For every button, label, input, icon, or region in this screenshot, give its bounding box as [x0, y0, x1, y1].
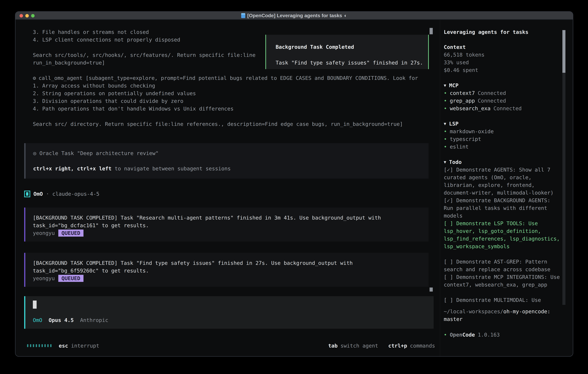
agent-icon	[24, 191, 30, 197]
oracle-title-text: Oracle Task "Deep architecture review"	[39, 150, 158, 156]
tool-call-line: ⚙call_omo_agent [subagent_type=explore, …	[24, 74, 440, 82]
lsp-heading-label: LSP	[449, 120, 459, 128]
todo-section-toggle[interactable]: ▼Todo	[444, 158, 562, 166]
mcp-item: •grep_appConnected	[444, 97, 562, 104]
mcp-name: websearch_exa	[450, 104, 491, 112]
status-dot-icon: •	[444, 331, 447, 339]
mcp-status: Connected	[493, 104, 522, 112]
status-dot-icon: •	[444, 143, 447, 151]
message-meta: yeongyu QUEUED	[33, 229, 429, 237]
todo-item-pending: [ ] Demonstrate MULTIMODAL: Use	[444, 296, 562, 304]
app-name: OpenCode	[450, 331, 475, 339]
todo-item-pending: [ ] Demonstrate AST-GREP: Pattern search…	[444, 258, 562, 273]
spinner-dot	[30, 344, 31, 347]
mcp-section-toggle[interactable]: ▼MCP	[444, 82, 562, 89]
status-badge: QUEUED	[58, 229, 84, 237]
lsp-item: •eslint	[444, 143, 562, 151]
sidebar-scrollbar-thumb[interactable]	[562, 30, 566, 73]
message-line: task_id="bg_dcfac161" to get results.	[33, 222, 429, 229]
agent-name: OmO	[33, 191, 43, 197]
oracle-task-panel: ◎ Oracle Task "Deep architecture review"…	[24, 143, 429, 179]
tab-key-label: switch agent	[340, 343, 378, 349]
toast-title: Background Task Completed	[276, 43, 422, 51]
ctrlp-key-hint: ctrl+p	[388, 343, 407, 349]
context-tokens: 66,518 tokens	[444, 51, 562, 59]
background-task-toast: Background Task Completed Task "Find typ…	[265, 35, 429, 69]
hint-key-right: ctrl+x right,	[33, 166, 74, 172]
mcp-heading-label: MCP	[449, 82, 459, 89]
hint-text: to navigate between subagent sessions	[115, 166, 231, 172]
window-title-group: [OpenCode] Leveraging agents for tasks ◐	[241, 13, 347, 18]
toast-body: Task "Find type safety issues" finished …	[276, 59, 422, 67]
session-title: Leveraging agents for tasks	[444, 28, 562, 36]
tool-call-item: 1. Array access without bounds checking	[24, 82, 440, 90]
agent-session-header: OmO · claude-opus-4-5	[24, 190, 440, 198]
titlebar: [OpenCode] Leveraging agents for tasks ◐	[15, 12, 573, 20]
blank-line	[24, 113, 440, 120]
todo-item-pending: [ ] Demonstrate MCP INTEGRATIONS: Use co…	[444, 273, 562, 289]
message-author: yeongyu	[33, 275, 55, 281]
tool-call-text: call_omo_agent [subagent_type=explore, p…	[39, 75, 418, 81]
traffic-lights	[20, 14, 35, 18]
oracle-icon: ◎	[33, 150, 36, 156]
status-dot-icon: •	[444, 97, 447, 104]
mcp-item: •websearch_exaConnected	[444, 104, 562, 112]
working-spinner-icon	[27, 344, 52, 347]
tool-call-item: 2. String operations on potentially unde…	[24, 90, 440, 97]
todo-heading-label: Todo	[449, 158, 462, 166]
message-author: yeongyu	[33, 230, 55, 236]
ctrlp-key-label: commands	[410, 343, 435, 349]
context-heading-label: Context	[444, 43, 466, 51]
message-line: [BACKGROUND TASK COMPLETED] Task "Find t…	[33, 259, 429, 267]
chevron-down-icon: ▼	[444, 158, 446, 166]
mcp-name: context7	[450, 89, 475, 97]
mcp-name: grep_app	[450, 97, 475, 104]
minimize-button[interactable]	[25, 14, 29, 18]
esc-key-label: interrupt	[71, 343, 99, 349]
tool-call-item: 4. Path operations that don't handle Win…	[24, 105, 440, 113]
close-button[interactable]	[20, 14, 23, 18]
text-cursor	[33, 301, 37, 309]
message-line: task_id="bg_6f59260c" to get results.	[33, 267, 429, 274]
oracle-task-title: ◎ Oracle Task "Deep architecture review"	[33, 149, 429, 157]
session-spinner-icon: ◐	[344, 13, 347, 18]
workspace-path-prefix: ~/local-workspaces/	[444, 309, 503, 314]
todo-item-active: [ ] Demonstrate LSP TOOLS: Use lsp_hover…	[444, 219, 562, 250]
spinner-dot	[42, 344, 43, 347]
gear-icon: ⚙	[33, 74, 36, 82]
main-scrollbar-thumb[interactable]	[430, 288, 433, 291]
app-version: • OpenCode 1.0.163	[444, 331, 562, 339]
app-name-code: Code	[462, 332, 475, 338]
agent-icon-fill	[26, 192, 28, 196]
lsp-item: •markdown-oxide	[444, 128, 562, 135]
app-window: [OpenCode] Leveraging agents for tasks ◐…	[15, 11, 573, 357]
spinner-dot	[39, 344, 40, 347]
spinner-dot	[50, 344, 52, 347]
chevron-down-icon: ▼	[444, 120, 446, 128]
app-version-number: 1.0.163	[478, 331, 500, 339]
input-agent-name: OmO	[33, 316, 42, 324]
todo-item-done: [✓] Demonstrate BACKGROUND AGENTS: Run p…	[444, 197, 562, 219]
prompt-input[interactable]: OmO Opus 4.5 Anthropic	[24, 296, 434, 329]
chevron-down-icon: ▼	[444, 82, 446, 89]
lsp-section-toggle[interactable]: ▼LSP	[444, 120, 562, 128]
main-scrollbar-thumb[interactable]	[430, 28, 433, 34]
mcp-item: •context7Connected	[444, 89, 562, 97]
status-dot-icon: •	[444, 128, 447, 135]
tab-key-hint: tab	[328, 343, 337, 349]
background-task-message: [BACKGROUND TASK COMPLETED] Task "Find t…	[24, 253, 429, 287]
status-dot-icon: •	[444, 135, 447, 143]
todo-item-done: [✓] Demonstrate AGENTS: Show all 7 curat…	[444, 166, 562, 197]
input-provider-name: Anthropic	[80, 316, 108, 324]
workspace-branch-name: master	[444, 316, 462, 322]
lsp-name: typescript	[450, 135, 481, 143]
window-title: [OpenCode] Leveraging agents for tasks	[247, 13, 342, 18]
spinner-dot	[33, 344, 34, 347]
mcp-status: Connected	[478, 89, 506, 97]
hint-key-left: ctrl+x left	[77, 166, 111, 172]
workspace-path: ~/local-workspaces/oh-my-opencode: maste…	[444, 308, 562, 323]
context-used: 33% used	[444, 59, 562, 66]
maximize-button[interactable]	[31, 14, 35, 18]
status-bar: esc interrupt tab switch agent ctrl+p co…	[24, 341, 440, 350]
lsp-item: •typescript	[444, 135, 562, 143]
